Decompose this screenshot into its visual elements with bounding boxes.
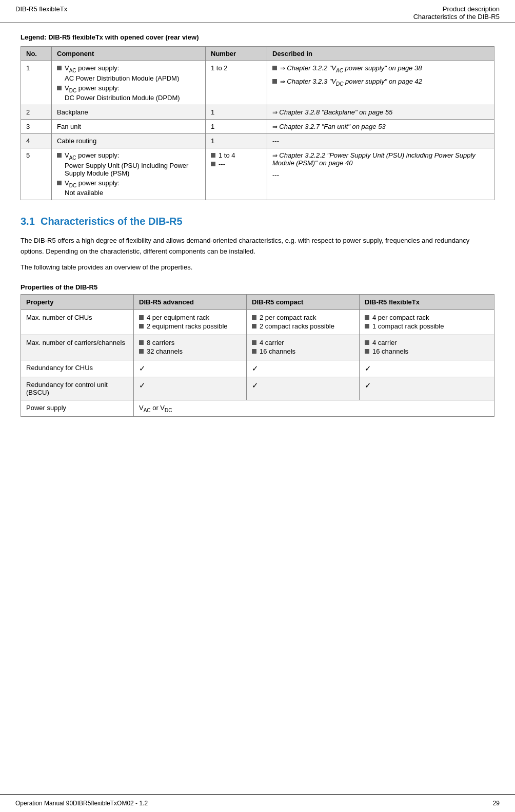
cell-component: VAC power supply: Power Supply Unit (PSU… [52,148,206,200]
prop-name: Redundancy for control unit (BSCU) [21,377,134,400]
cell-number: 1 [206,105,267,120]
legend-title: Legend: DIB-R5 flexibleTx with opened co… [21,33,494,41]
prop-name: Redundancy for CHUs [21,360,134,377]
cell-no: 4 [21,134,52,148]
col-number: Number [206,47,267,61]
prop-name: Max. number of CHUs [21,310,134,335]
footer-page-number: 29 [493,800,500,807]
prop-name: Power supply [21,400,134,417]
cell-number: 1 [206,120,267,134]
intro-paragraph-1: The DIB-R5 offers a high degree of flexi… [21,236,494,257]
prop-advanced: 4 per equipment rack 2 equipment racks p… [134,310,247,335]
table-row: 2 Backplane 1 Chapter 3.2.8 "Backplane" … [21,105,494,120]
table-row: Power supply VAC or VDC [21,400,494,417]
cell-described: Chapter 3.2.2 "VAC power supply" on page… [267,61,494,105]
header-right: Product description Characteristics of t… [413,5,500,21]
table-row: Max. number of carriers/channels 8 carri… [21,335,494,360]
cell-no: 5 [21,148,52,200]
section-title: Characteristics of the DIB-R5 [41,216,183,227]
prop-flexibletx-check: ✓ [360,360,494,377]
cell-described: Chapter 3.2.7 "Fan unit" on page 53 [267,120,494,134]
properties-label: Properties of the DIB-R5 [21,283,494,291]
legend-section: Legend: DIB-R5 flexibleTx with opened co… [21,33,494,200]
cell-number: 1 [206,134,267,148]
prop-compact-check: ✓ [247,360,360,377]
col-no: No. [21,47,52,61]
page-header: DIB-R5 flexibleTx Product description Ch… [0,0,515,23]
prop-col-flexibletx: DIB-R5 flexibleTx [360,294,494,310]
page-footer: Operation Manual 90DIBR5flexibleTxOM02 -… [0,794,515,812]
cell-number: 1 to 2 [206,61,267,105]
prop-compact: 4 carrier 16 channels [247,335,360,360]
prop-col-compact: DIB-R5 compact [247,294,360,310]
col-described: Described in [267,47,494,61]
table-row: Redundancy for CHUs ✓ ✓ ✓ [21,360,494,377]
header-right-top: Product description [413,5,500,13]
section-number: 3.1 [21,216,35,227]
table-row: Max. number of CHUs 4 per equipment rack… [21,310,494,335]
table-row: 3 Fan unit 1 Chapter 3.2.7 "Fan unit" on… [21,120,494,134]
cell-no: 3 [21,120,52,134]
properties-table: Property DIB-R5 advanced DIB-R5 compact … [21,294,494,417]
prop-compact-check: ✓ [247,377,360,400]
prop-flexibletx: 4 carrier 16 channels [360,335,494,360]
table-row: 5 VAC power supply: Power Supply Unit (P… [21,148,494,200]
cell-described: Chapter 3.2.2.2 "Power Supply Unit (PSU)… [267,148,494,200]
table-row: 4 Cable routing 1 --- [21,134,494,148]
prop-advanced: 8 carriers 32 channels [134,335,247,360]
prop-name: Max. number of carriers/channels [21,335,134,360]
prop-compact: 2 per compact rack 2 compact racks possi… [247,310,360,335]
cell-no: 2 [21,105,52,120]
header-left: DIB-R5 flexibleTx [15,5,67,21]
header-right-bottom: Characteristics of the DIB-R5 [413,13,500,21]
prop-col-advanced: DIB-R5 advanced [134,294,247,310]
prop-col-property: Property [21,294,134,310]
cell-component: VAC power supply: AC Power Distribution … [52,61,206,105]
cell-described: Chapter 3.2.8 "Backplane" on page 55 [267,105,494,120]
cell-described: --- [267,134,494,148]
cell-number: 1 to 4 --- [206,148,267,200]
col-component: Component [52,47,206,61]
cell-no: 1 [21,61,52,105]
prop-advanced-check: ✓ [134,360,247,377]
prop-flexibletx-check: ✓ [360,377,494,400]
prop-flexibletx: 4 per compact rack 1 compact rack possib… [360,310,494,335]
table-row: 1 VAC power supply: AC Power Distributio… [21,61,494,105]
section-heading: 3.1 Characteristics of the DIB-R5 [21,216,494,227]
cell-component: Fan unit [52,120,206,134]
cell-component: Cable routing [52,134,206,148]
legend-table: No. Component Number Described in 1 VAC … [21,46,494,200]
prop-advanced-check: ✓ [134,377,247,400]
table-row: Redundancy for control unit (BSCU) ✓ ✓ ✓ [21,377,494,400]
footer-left: Operation Manual 90DIBR5flexibleTxOM02 -… [15,800,148,807]
prop-power-value: VAC or VDC [134,400,494,417]
intro-paragraph-2: The following table provides an overview… [21,262,494,273]
cell-component: Backplane [52,105,206,120]
